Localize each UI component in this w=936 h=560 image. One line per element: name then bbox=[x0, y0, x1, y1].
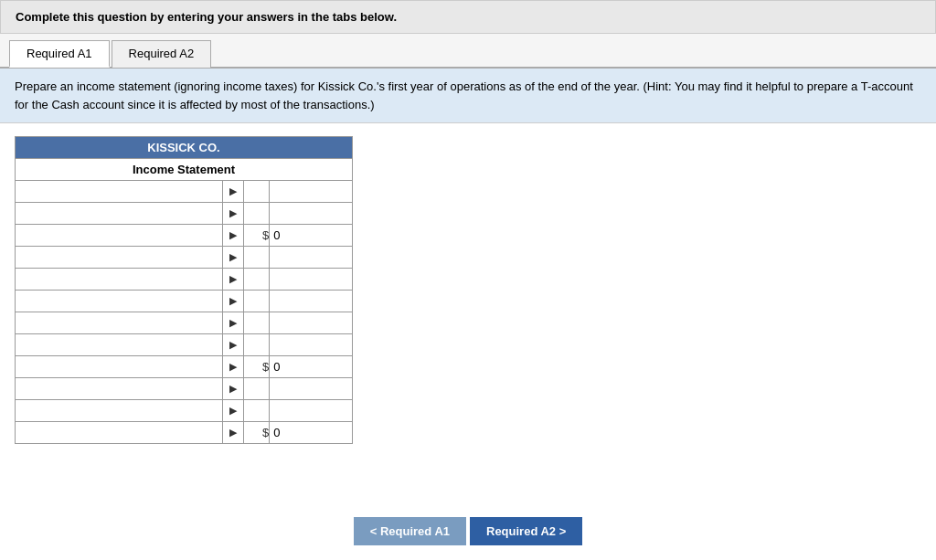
label-cell bbox=[16, 291, 223, 312]
dollar-cell bbox=[243, 378, 269, 400]
value-input[interactable] bbox=[270, 400, 352, 421]
value-input[interactable] bbox=[270, 378, 352, 399]
label-input[interactable] bbox=[16, 312, 222, 333]
value-input[interactable] bbox=[270, 247, 352, 268]
tabs-row: Required A1 Required A2 bbox=[0, 34, 936, 69]
value-cell bbox=[270, 225, 353, 247]
label-input[interactable] bbox=[16, 378, 222, 399]
label-input[interactable] bbox=[16, 181, 222, 202]
value-input[interactable] bbox=[270, 312, 352, 333]
label-cell bbox=[16, 269, 223, 291]
label-input[interactable] bbox=[16, 247, 222, 268]
label-input[interactable] bbox=[16, 356, 222, 377]
label-input[interactable] bbox=[16, 291, 222, 312]
label-input[interactable] bbox=[16, 203, 222, 224]
label-input[interactable] bbox=[16, 225, 222, 246]
label-input[interactable] bbox=[16, 334, 222, 355]
label-cell bbox=[16, 312, 223, 334]
dollar-cell bbox=[243, 247, 269, 269]
dollar-cell bbox=[243, 291, 269, 312]
dollar-cell bbox=[243, 334, 269, 356]
arrow-cell: ▶ bbox=[223, 400, 244, 422]
table-row: ▶ bbox=[16, 378, 353, 400]
table-row: ▶ bbox=[16, 400, 353, 422]
value-input[interactable] bbox=[270, 334, 352, 355]
label-cell bbox=[16, 247, 223, 269]
value-input[interactable] bbox=[270, 181, 352, 202]
dollar-cell bbox=[243, 181, 269, 203]
value-cell bbox=[270, 334, 353, 356]
table-title-row: Income Statement bbox=[16, 159, 353, 181]
table-area: KISSICK CO. Income Statement ▶ bbox=[0, 123, 936, 506]
value-input[interactable] bbox=[270, 225, 352, 246]
prev-button[interactable]: < Required A1 bbox=[354, 517, 466, 545]
arrow-cell: ▶ bbox=[223, 334, 244, 356]
value-input[interactable] bbox=[270, 203, 352, 224]
arrow-cell: ▶ bbox=[223, 291, 244, 312]
label-cell bbox=[16, 356, 223, 378]
table-row: ▶ bbox=[16, 181, 353, 203]
value-cell bbox=[270, 400, 353, 422]
dollar-cell bbox=[243, 400, 269, 422]
label-cell bbox=[16, 400, 223, 422]
table-row: ▶ bbox=[16, 203, 353, 225]
arrow-cell: ▶ bbox=[223, 356, 244, 378]
value-input[interactable] bbox=[270, 356, 352, 377]
bottom-nav: < Required A1 Required A2 > bbox=[0, 506, 936, 560]
label-cell bbox=[16, 181, 223, 203]
arrow-cell: ▶ bbox=[223, 378, 244, 400]
tab-required-a2[interactable]: Required A2 bbox=[112, 40, 212, 68]
instruction-bar: Complete this question by entering your … bbox=[0, 0, 936, 34]
label-input[interactable] bbox=[16, 269, 222, 290]
label-input[interactable] bbox=[16, 422, 222, 443]
table-row: ▶ $ bbox=[16, 225, 353, 247]
dollar-cell bbox=[243, 312, 269, 334]
tab-required-a1[interactable]: Required A1 bbox=[9, 40, 110, 68]
table-row: ▶ bbox=[16, 291, 353, 312]
arrow-cell: ▶ bbox=[223, 312, 244, 334]
value-cell bbox=[270, 422, 353, 444]
label-cell bbox=[16, 203, 223, 225]
value-input[interactable] bbox=[270, 269, 352, 290]
arrow-cell: ▶ bbox=[223, 422, 244, 444]
arrow-cell: ▶ bbox=[223, 269, 244, 291]
value-cell bbox=[270, 203, 353, 225]
value-cell bbox=[270, 312, 353, 334]
dollar-cell bbox=[243, 269, 269, 291]
table-company-row: KISSICK CO. bbox=[16, 137, 353, 159]
arrow-cell: ▶ bbox=[223, 247, 244, 269]
table-title: Income Statement bbox=[16, 159, 353, 181]
arrow-cell: ▶ bbox=[223, 225, 244, 247]
label-cell bbox=[16, 334, 223, 356]
company-name: KISSICK CO. bbox=[16, 137, 353, 159]
label-cell bbox=[16, 378, 223, 400]
page-wrapper: Complete this question by entering your … bbox=[0, 0, 936, 560]
table-total-row: ▶ $ bbox=[16, 422, 353, 444]
content-area: Prepare an income statement (ignoring in… bbox=[0, 69, 936, 123]
label-cell bbox=[16, 225, 223, 247]
value-input[interactable] bbox=[270, 422, 352, 443]
dollar-sign: $ bbox=[243, 225, 269, 247]
value-input[interactable] bbox=[270, 291, 352, 312]
content-description: Prepare an income statement (ignoring in… bbox=[15, 78, 921, 113]
label-cell bbox=[16, 422, 223, 444]
next-button[interactable]: Required A2 > bbox=[470, 517, 582, 545]
value-cell bbox=[270, 269, 353, 291]
table-row: ▶ $ bbox=[16, 356, 353, 378]
value-cell bbox=[270, 181, 353, 203]
value-cell bbox=[270, 356, 353, 378]
label-input[interactable] bbox=[16, 400, 222, 421]
table-row: ▶ bbox=[16, 269, 353, 291]
arrow-cell: ▶ bbox=[223, 203, 244, 225]
income-statement-table: KISSICK CO. Income Statement ▶ bbox=[15, 136, 353, 444]
value-cell bbox=[270, 378, 353, 400]
dollar-cell bbox=[243, 203, 269, 225]
dollar-sign: $ bbox=[243, 422, 269, 444]
table-row: ▶ bbox=[16, 312, 353, 334]
table-row: ▶ bbox=[16, 334, 353, 356]
table-row: ▶ bbox=[16, 247, 353, 269]
arrow-cell: ▶ bbox=[223, 181, 244, 203]
dollar-sign: $ bbox=[243, 356, 269, 378]
value-cell bbox=[270, 291, 353, 312]
instruction-text: Complete this question by entering your … bbox=[16, 10, 397, 24]
